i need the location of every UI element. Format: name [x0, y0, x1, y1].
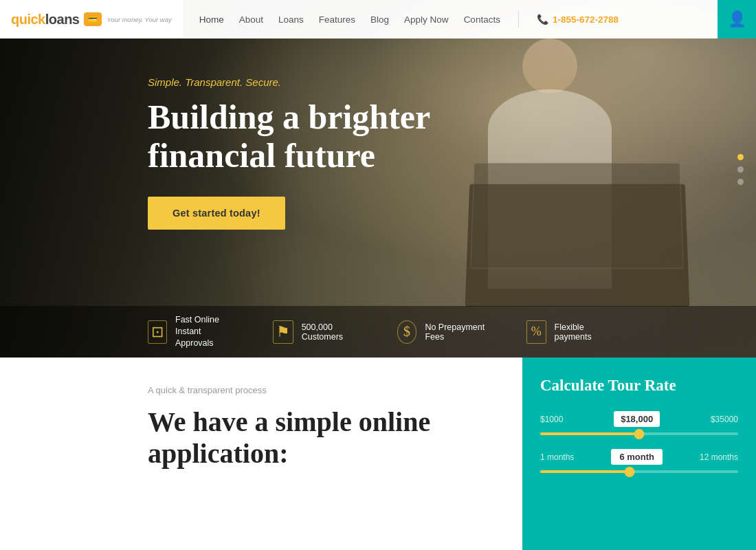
nav-link-apply[interactable]: Apply Now: [404, 14, 449, 25]
calc-amount-fill: [540, 432, 639, 435]
nav-link-home[interactable]: Home: [199, 14, 224, 25]
calc-amount-slider[interactable]: [540, 432, 738, 435]
calc-amount-max: $35000: [711, 415, 738, 424]
feature-text-1: Fast Online Instant Approvals: [175, 314, 235, 349]
hero-subtitle: Simple. Transparent. Secure.: [148, 76, 756, 88]
calc-amount-bubble: $18,000: [614, 411, 660, 427]
phone-number: 1-855-672-2788: [553, 14, 619, 25]
calc-month-thumb[interactable]: [624, 467, 634, 477]
hero-feature-4: % Flexible payments: [526, 320, 608, 344]
brand-tagline: Your money. Your way: [107, 16, 172, 23]
slide-dot-1[interactable]: [737, 154, 744, 160]
user-icon: 👤: [728, 10, 746, 28]
calc-month-bubble: 6 month: [611, 449, 663, 465]
feature-text-2: 500,000 Customers: [302, 322, 359, 342]
hero-content: Simple. Transparent. Secure. Building a …: [0, 0, 756, 306]
feature-icon-2: ⚑: [273, 320, 293, 344]
nav-link-contacts[interactable]: Contacts: [464, 14, 500, 25]
calc-month-labels: 1 months 6 month 12 months: [540, 449, 738, 465]
hero-feature-3: $ No Prepayment Fees: [397, 320, 489, 344]
brand-logo-text: quickloans: [11, 12, 80, 28]
calc-amount-min: $1000: [540, 415, 563, 424]
nav-divider: [518, 11, 519, 28]
feature-text-3: No Prepayment Fees: [425, 322, 488, 342]
nav-link-blog[interactable]: Blog: [370, 14, 389, 25]
nav-link-about[interactable]: About: [239, 14, 263, 25]
nav-link-features[interactable]: Features: [319, 14, 355, 25]
feature-icon-4: %: [526, 320, 546, 344]
slide-dot-2[interactable]: [737, 166, 744, 173]
calc-month-fill: [540, 470, 630, 473]
calc-months-max: 12 months: [700, 452, 738, 462]
calc-month-track: [540, 470, 738, 473]
feature-text-4: Flexible payments: [555, 322, 608, 342]
brand-area: quickloans 💳 Your money. Your way: [0, 0, 183, 38]
hero-features-bar: ⊡ Fast Online Instant Approvals ⚑ 500,00…: [0, 306, 756, 358]
calc-month-slider[interactable]: [540, 470, 738, 473]
feature-icon-3: $: [397, 320, 417, 344]
section2-left: A quick & transparent process We have a …: [0, 358, 522, 550]
hero-feature-2: ⚑ 500,000 Customers: [273, 320, 359, 344]
calc-months-min: 1 months: [540, 452, 574, 462]
hero-title: Building a brighter financial future: [148, 98, 478, 175]
feature-icon-1: ⊡: [148, 320, 167, 344]
slide-dots: [737, 154, 744, 185]
calc-title: Calculate Tour Rate: [540, 377, 738, 395]
section2-label: A quick & transparent process: [148, 385, 502, 395]
calc-amount-thumb[interactable]: [634, 429, 645, 439]
calc-amount-labels: $1000 $18,000 $35000: [540, 411, 738, 427]
nav-phone[interactable]: 📞 1-855-672-2788: [537, 14, 619, 25]
section2: A quick & transparent process We have a …: [0, 358, 756, 550]
calculator-panel: Calculate Tour Rate $1000 $18,000 $35000…: [522, 358, 756, 550]
nav-link-loans[interactable]: Loans: [278, 14, 304, 25]
user-button[interactable]: 👤: [718, 0, 756, 38]
slide-dot-3[interactable]: [737, 179, 744, 185]
section2-title: We have a simple online application:: [148, 406, 502, 470]
hero-cta-button[interactable]: Get started today!: [148, 197, 285, 230]
hero-feature-1: ⊡ Fast Online Instant Approvals: [148, 314, 235, 349]
hero-section: Simple. Transparent. Secure. Building a …: [0, 0, 756, 358]
calc-amount-track: [540, 432, 738, 435]
navbar-menu: Home About Loans Features Blog Apply Now…: [183, 0, 718, 38]
brand-icon: 💳: [84, 12, 102, 26]
phone-icon: 📞: [537, 14, 548, 25]
navbar: quickloans 💳 Your money. Your way Home A…: [0, 0, 756, 38]
